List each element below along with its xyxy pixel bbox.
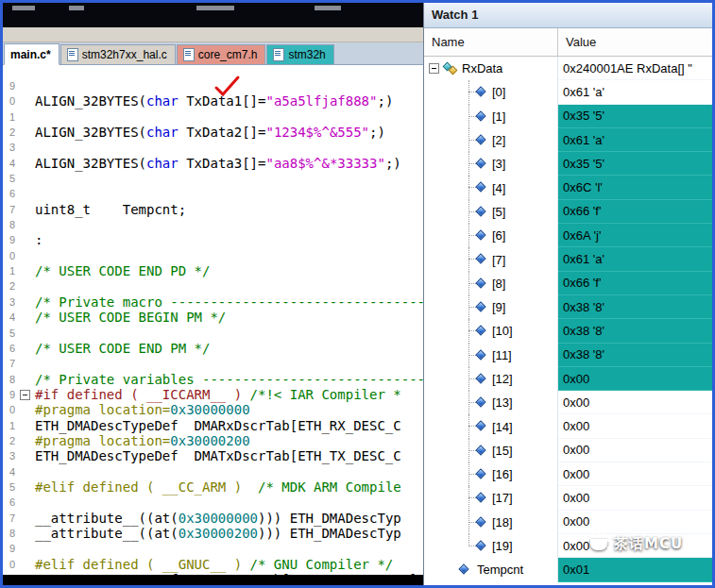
watch-name-cell: [15]	[424, 439, 558, 462]
line-number: 9	[3, 78, 15, 93]
watch-row[interactable]: [17]0x00	[424, 486, 712, 510]
tab-stm32h[interactable]: stm32h	[266, 44, 333, 64]
code-line[interactable]: 6/* USER CODE END PM */	[3, 341, 423, 356]
code-text: ETH_DMADescTypeDef DMARxDscrTab[ETH_RX_D…	[35, 418, 423, 433]
watch-row[interactable]: [15]0x00	[424, 439, 712, 462]
watch-row[interactable]: [18]0x00	[424, 511, 712, 534]
code-line[interactable]: 6	[3, 186, 423, 201]
column-header-value[interactable]: Value	[558, 28, 712, 56]
code-line[interactable]: 5#elif defined ( __CC_ARM ) /* MDK ARM C…	[3, 479, 423, 495]
watch-row[interactable]: [4]0x6C 'l'	[424, 176, 712, 199]
code-line[interactable]: 9:	[3, 232, 423, 247]
watch-row[interactable]: Tempcnt0x01	[424, 558, 712, 581]
code-line[interactable]: 7__attribute__((at(0x30000000))) ETH_DMA…	[3, 511, 423, 526]
watch-row[interactable]: [0]0x61 'a'	[424, 80, 712, 104]
watch-value: 0x66 'f'	[563, 204, 601, 218]
code-line[interactable]: 5	[3, 326, 423, 341]
watch-row[interactable]: [6]0x6A 'j'	[424, 224, 712, 247]
fold-margin	[15, 541, 35, 556]
watch-diamond-icon	[475, 206, 485, 216]
code-line[interactable]: 2#pragma location=0x30000200	[3, 433, 423, 448]
watch-name: [6]	[492, 228, 505, 243]
line-number: 0	[3, 93, 15, 109]
code-segment: "a5a5lfjaf888"	[265, 93, 377, 109]
code-segment: /* Private macro -----------------------…	[35, 294, 423, 310]
code-line[interactable]: 3/* Private macro ----------------------…	[3, 294, 423, 310]
code-line[interactable]: 3ETH_DMADescTypeDef DMATxDscrTab[ETH_TX_…	[3, 448, 423, 463]
code-segment: ;)	[377, 93, 393, 109]
watch-row[interactable]: [16]0x00	[424, 462, 712, 486]
watch-row[interactable]: [11]0x38 '8'	[424, 344, 712, 367]
code-line[interactable]: 8/* Private variables ------------------…	[3, 372, 423, 387]
watch-diamond-icon	[475, 134, 485, 144]
line-number: 4	[3, 156, 15, 171]
watch-row[interactable]: [9]0x38 '8'	[424, 295, 712, 319]
collapse-minus-box-icon[interactable]	[429, 63, 439, 74]
watch-value: 0x00	[563, 443, 589, 457]
code-line[interactable]: 5	[3, 171, 423, 186]
watch-value-cell: 0x38 '8'	[558, 295, 712, 319]
watch-row[interactable]: [8]0x66 'f'	[424, 272, 712, 295]
watch-value: 0x00	[563, 514, 589, 529]
code-segment: /* USER CODE END PD */	[35, 263, 210, 278]
code-line[interactable]: 8__attribute__((at(0x30000200))) ETH_DMA…	[3, 526, 423, 541]
line-number: 2	[3, 278, 15, 294]
watermark-text: 茶话MCU	[614, 535, 683, 553]
code-line[interactable]: 4ALIGN_32BYTES(char TxData3[]="aa8$%^&*3…	[3, 156, 423, 171]
tab-stm32h7xx-hal-c[interactable]: stm32h7xx_hal.c	[60, 44, 176, 64]
line-number: 3	[3, 294, 15, 310]
code-segment: /* MDK ARM Compile	[258, 479, 401, 495]
line-number: 0	[3, 557, 15, 572]
watch-name-cell: [12]	[424, 367, 558, 391]
code-line[interactable]: 1/* USER CODE END PD */	[3, 263, 423, 278]
watch-row[interactable]: [1]0x35 '5'	[424, 105, 712, 128]
code-line[interactable]: 2	[3, 278, 423, 294]
code-text	[35, 278, 423, 294]
fold-margin	[15, 217, 35, 232]
fold-margin	[15, 140, 35, 155]
watch-name-cell: RxData	[424, 57, 558, 80]
watch-row[interactable]: [13]0x00	[424, 391, 712, 414]
watch-title-bar[interactable]: Watch 1	[424, 3, 712, 28]
watch-row[interactable]: [12]0x00	[424, 367, 712, 391]
code-line[interactable]: 4/* USER CODE BEGIN PM */	[3, 310, 423, 325]
code-segment: 0x30000000	[170, 402, 249, 417]
line-number: 5	[3, 479, 15, 495]
code-line[interactable]: 3	[3, 140, 423, 155]
watch-row[interactable]: [2]0x61 'a'	[424, 128, 712, 152]
tab-core-cm7-h[interactable]: core_cm7.h	[177, 44, 266, 64]
code-editor[interactable]: 90ALIGN_32BYTES(char TxData1[]="a5a5lfja…	[3, 65, 423, 585]
code-line[interactable]: 1	[3, 109, 423, 125]
watch-row[interactable]: [14]0x00	[424, 414, 712, 438]
code-line[interactable]: 7uint8_t Tempcnt;	[3, 202, 423, 217]
column-header-name[interactable]: Name	[424, 28, 558, 56]
tab-main-c[interactable]: main.c*	[4, 43, 60, 65]
code-line[interactable]: 0#pragma location=0x30000000	[3, 402, 423, 417]
line-number: 4	[3, 310, 15, 325]
code-line[interactable]: 4	[3, 464, 423, 479]
code-line[interactable]: 0#elif defined ( __GNUC__ ) /* GNU Compi…	[3, 557, 423, 572]
watch-row[interactable]: [5]0x66 'f'	[424, 200, 712, 224]
fold-margin	[15, 248, 35, 263]
code-segment: __attribute__((at(	[35, 511, 179, 526]
code-line[interactable]: 1ETH_DMADescTypeDef DMARxDscrTab[ETH_RX_…	[3, 418, 423, 433]
watch-value-cell: 0x00	[558, 414, 712, 438]
watch-value: 0x6C 'l'	[563, 180, 603, 194]
watch-value-cell: 0x35 '5'	[558, 152, 712, 176]
code-line[interactable]: 6	[3, 495, 423, 510]
code-line[interactable]: 0	[3, 248, 423, 263]
code-line[interactable]: 8	[3, 217, 423, 232]
code-line[interactable]: 2ALIGN_32BYTES(char TxData2[]="1234$%^&5…	[3, 125, 423, 140]
code-line[interactable]: 9#if defined ( __ICCARM__ ) /*!< IAR Com…	[3, 387, 423, 402]
code-line[interactable]: 7	[3, 356, 423, 371]
watch-name-cell: [1]	[424, 105, 558, 128]
code-line[interactable]: 9	[3, 541, 423, 556]
watch-row[interactable]: RxData0x240001AE RxData[] "	[424, 57, 712, 80]
watch-row[interactable]: [3]0x35 '5'	[424, 152, 712, 176]
code-text: __attribute__((at(0x30000200))) ETH_DMAD…	[35, 526, 423, 541]
code-segment: TxData2[]=	[179, 125, 266, 140]
watch-row[interactable]: [10]0x38 '8'	[424, 319, 712, 343]
fold-collapse-box-icon[interactable]	[20, 390, 30, 400]
code-text: __attribute__((at(0x30000000))) ETH_DMAD…	[35, 511, 423, 526]
watch-row[interactable]: [7]0x61 'a'	[424, 247, 712, 271]
